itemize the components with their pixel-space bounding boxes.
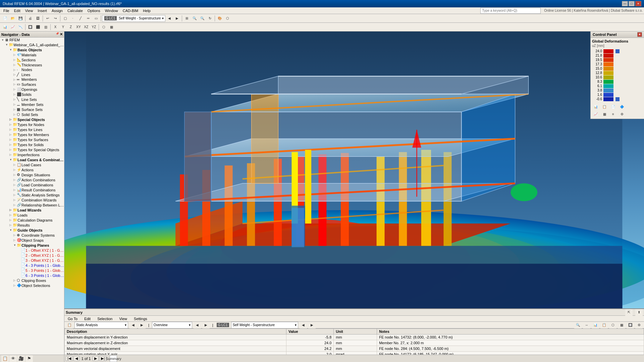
page-first-button[interactable]: |◀ bbox=[66, 356, 73, 361]
nav-display-icon[interactable]: 👁 bbox=[9, 355, 17, 362]
render-button[interactable]: 🎨 bbox=[216, 15, 223, 22]
tree-actions[interactable]: ▷⚡Actions bbox=[0, 167, 64, 172]
tree-design-situations[interactable]: ▷⚙Design Situations bbox=[0, 172, 64, 177]
tree-solid-sets[interactable]: ▷⬡Solid Sets bbox=[0, 112, 64, 117]
save-button[interactable]: 💾 bbox=[17, 15, 24, 22]
cp-icon-7[interactable]: ≡ bbox=[609, 111, 617, 117]
tree-object-snaps[interactable]: ▷🎯Object Snaps bbox=[0, 238, 64, 243]
new-button[interactable]: 📄 bbox=[1, 15, 9, 22]
result-view-4[interactable]: 📋 bbox=[600, 322, 608, 328]
tree-types-surfaces[interactable]: ▷📁Types for Surfaces bbox=[0, 137, 64, 142]
summary-edit[interactable]: Edit bbox=[82, 316, 93, 321]
tree-static-analysis[interactable]: ▷🔧Static Analysis Settings bbox=[0, 192, 64, 197]
cp-icon-3[interactable]: 📄 bbox=[609, 103, 617, 110]
tree-surfaces[interactable]: ▷▭Surfaces bbox=[0, 82, 64, 87]
nav-filter-icon[interactable]: ⚑ bbox=[25, 355, 33, 362]
tree-types-lines[interactable]: ▷📁Types for Lines bbox=[0, 127, 64, 132]
analysis-icon[interactable]: 📋 bbox=[66, 322, 73, 328]
open-button[interactable]: 📂 bbox=[9, 15, 16, 22]
close-button[interactable]: ✕ bbox=[635, 1, 641, 6]
summary-goto[interactable]: Go To bbox=[66, 316, 79, 321]
nav-close-button[interactable]: ✕ bbox=[60, 32, 63, 37]
tree-nodes[interactable]: ▷·Nodes bbox=[0, 67, 64, 72]
tree-openings[interactable]: ▷⬜Openings bbox=[0, 87, 64, 92]
cp-icon-8[interactable]: ⚙ bbox=[618, 111, 626, 117]
tree-load-combinations[interactable]: ▷🔗Load Combinations bbox=[0, 182, 64, 187]
tree-combination-wizards[interactable]: ▷🪄Combination Wizards bbox=[0, 197, 64, 202]
result-type-2[interactable]: 📈 bbox=[9, 24, 16, 31]
result-view-8[interactable]: ⚙ bbox=[635, 322, 643, 328]
result-view-6[interactable]: ▦ bbox=[618, 322, 625, 328]
tree-clipping-boxes[interactable]: ▷⬡Clipping Boxes bbox=[0, 278, 64, 283]
print-button[interactable]: 🖨 bbox=[26, 15, 34, 22]
tree-solids[interactable]: ▷⬛Solids bbox=[0, 92, 64, 97]
tree-relationship-loads[interactable]: ▷🔗Relationship Between Load C bbox=[0, 202, 64, 207]
tree-project[interactable]: ▼ 📁 Webinar_GA-1_all-updated_NO-resul bbox=[0, 42, 64, 47]
redo-button[interactable]: ↪ bbox=[52, 15, 59, 22]
menu-options[interactable]: Options bbox=[86, 8, 102, 13]
menu-file[interactable]: File bbox=[1, 8, 11, 13]
tree-clip-2[interactable]: 📄2 - Offset XYZ | 1 - Global X bbox=[0, 253, 64, 258]
tree-calc-diagrams[interactable]: ▷📁Calculation Diagrams bbox=[0, 218, 64, 223]
tree-types-solids[interactable]: ▷📁Types for Solids bbox=[0, 142, 64, 147]
page-next-button[interactable]: ▶ bbox=[93, 356, 99, 361]
next-analysis-button[interactable]: ▶ bbox=[138, 322, 146, 328]
wire-button[interactable]: ⬡ bbox=[224, 15, 231, 22]
summary-expand-button[interactable]: ⬆ bbox=[635, 309, 643, 316]
viewport-3d[interactable]: Control Panel ✕ Global Deformations uZ [… bbox=[64, 32, 644, 308]
tree-clipping-planes[interactable]: ▼ 📁 Clipping Planes bbox=[0, 243, 64, 248]
tree-object-selections[interactable]: ▷🔷Object Selections bbox=[0, 283, 64, 288]
node-button[interactable]: · bbox=[69, 15, 76, 22]
menu-insert[interactable]: Insert bbox=[36, 8, 49, 13]
tree-load-wizards[interactable]: ▷ 📁 Load Wizards bbox=[0, 207, 64, 213]
cp-icon-2[interactable]: 📋 bbox=[601, 103, 608, 110]
iso-button[interactable]: ⬡ bbox=[100, 24, 107, 31]
result-type-3[interactable]: 📉 bbox=[17, 24, 24, 31]
tree-result-combinations[interactable]: ▷📊Result Combinations bbox=[0, 187, 64, 192]
view-x[interactable]: X bbox=[52, 24, 59, 31]
prev-lc-button[interactable]: ◀ bbox=[166, 15, 173, 22]
next-view-button[interactable]: ▶ bbox=[202, 322, 210, 328]
tree-results[interactable]: ▷📁Results bbox=[0, 223, 64, 228]
undo-button[interactable]: ↩ bbox=[44, 15, 51, 22]
tree-clip-1[interactable]: 📄1 - Offset XYZ | 1 - Global X bbox=[0, 248, 64, 253]
rotate-button[interactable]: ↻ bbox=[206, 15, 214, 22]
view-y[interactable]: Y bbox=[59, 24, 67, 31]
cp-icon-6[interactable]: ▦ bbox=[601, 111, 608, 117]
display-2[interactable]: ⬛ bbox=[34, 24, 42, 31]
result-view-5[interactable]: ⬡ bbox=[609, 322, 616, 328]
tree-guide-objects[interactable]: ▼ 📁 Guide Objects bbox=[0, 228, 64, 233]
zoom-out-button[interactable]: 🔍 bbox=[199, 15, 206, 22]
tree-clip-3[interactable]: 📄3 - Offset XYZ | 1 - Global X bbox=[0, 258, 64, 263]
result-view-3[interactable]: 📊 bbox=[592, 322, 599, 328]
tree-line-sets[interactable]: ▷╲Line Sets bbox=[0, 97, 64, 102]
prev-analysis-button[interactable]: ◀ bbox=[129, 322, 137, 328]
menu-view[interactable]: View bbox=[23, 8, 35, 13]
view-z[interactable]: Z bbox=[67, 24, 74, 31]
menu-calculate[interactable]: Calculate bbox=[65, 8, 85, 13]
line-button[interactable]: ╱ bbox=[77, 15, 84, 22]
tree-load-cases[interactable]: ▷📋Load Cases bbox=[0, 162, 64, 167]
minimize-button[interactable]: — bbox=[622, 1, 628, 6]
cp-close-button[interactable]: ✕ bbox=[637, 32, 642, 37]
keyword-search[interactable] bbox=[480, 8, 541, 14]
surface-button[interactable]: ▭ bbox=[92, 15, 100, 22]
result-view-1[interactable]: 🔍 bbox=[574, 322, 582, 328]
menu-cadbim[interactable]: CAD-BIM bbox=[121, 8, 140, 13]
menu-window[interactable]: Window bbox=[103, 8, 120, 13]
tree-basic-objects[interactable]: ▼ 📁 Basic Objects bbox=[0, 47, 64, 52]
tree-clip-4[interactable]: 📄4 - 3 Points | 1 - Global X bbox=[0, 263, 64, 268]
bottom-prev-lc[interactable]: ◀ bbox=[300, 322, 307, 328]
display-1[interactable]: 🔲 bbox=[26, 24, 34, 31]
page-prev-button[interactable]: ◀ bbox=[73, 356, 79, 361]
view-xz[interactable]: XZ bbox=[83, 24, 90, 31]
result-view-2[interactable]: ↔ bbox=[583, 322, 590, 328]
tree-loads[interactable]: ▷📁Loads bbox=[0, 213, 64, 218]
tree-load-cases-combos[interactable]: ▼ 📁 Load Cases & Combinations bbox=[0, 157, 64, 162]
nav-controls[interactable]: 📌 ✕ bbox=[56, 32, 63, 37]
menu-edit[interactable]: Edit bbox=[12, 8, 22, 13]
nav-data-icon[interactable]: 📋 bbox=[1, 355, 9, 362]
prev-view-button[interactable]: ◀ bbox=[194, 322, 201, 328]
tree-types-special[interactable]: ▷📁Types for Special Objects bbox=[0, 147, 64, 152]
cp-icon-4[interactable]: 🔷 bbox=[618, 103, 626, 110]
